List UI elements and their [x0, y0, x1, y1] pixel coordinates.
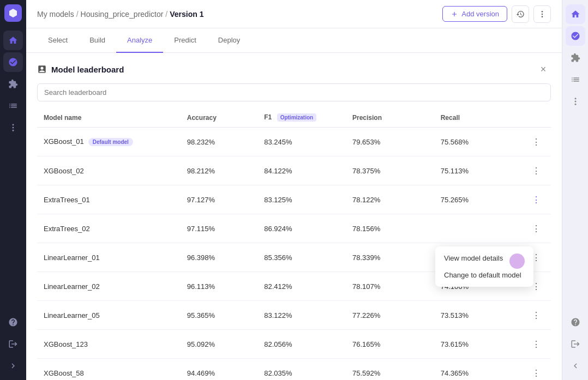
- cell-recall: 75.113%: [434, 156, 523, 185]
- cell-model-name: LinearLearner_02: [37, 272, 181, 301]
- tab-deploy[interactable]: Deploy: [207, 28, 251, 53]
- cell-precision: 78.375%: [346, 156, 434, 185]
- table-row: LinearLearner_0595.365%83.122%77.226%73.…: [37, 301, 551, 330]
- cell-model-name: LinearLearner_05: [37, 301, 181, 330]
- search-input[interactable]: [37, 83, 551, 101]
- right-sidebar-icon-models[interactable]: [566, 26, 585, 46]
- cell-model-name: ExtraTrees_02: [37, 214, 181, 243]
- model-name-text: XGBoost_58: [44, 369, 84, 377]
- cell-f1: 84.122%: [257, 156, 346, 185]
- row-more-button[interactable]: ⋮: [529, 307, 544, 323]
- right-sidebar-icon-help[interactable]: [566, 312, 585, 332]
- sidebar-icon-expand[interactable]: [3, 356, 23, 376]
- cell-recall: [434, 214, 523, 243]
- row-more-button[interactable]: ⋮: [529, 365, 544, 380]
- sidebar-icon-list[interactable]: [3, 96, 23, 116]
- cell-f1: 82.412%: [257, 272, 346, 301]
- context-menu-set-default[interactable]: Change to default model: [435, 267, 533, 284]
- history-button[interactable]: [512, 5, 529, 23]
- tab-analyze[interactable]: Analyze: [116, 28, 163, 53]
- col-header-action: [522, 108, 551, 128]
- cell-actions: ⋮: [522, 156, 551, 185]
- cell-recall: 73.513%: [434, 301, 523, 330]
- breadcrumb-version: Version 1: [170, 10, 203, 19]
- right-sidebar-icon-dots[interactable]: [566, 92, 585, 111]
- col-header-model: Model name: [37, 108, 181, 128]
- context-menu-view-details[interactable]: View model details: [435, 250, 533, 267]
- right-sidebar-icon-logout[interactable]: [566, 334, 585, 354]
- cell-f1: 82.035%: [257, 359, 346, 381]
- cell-precision: 75.592%: [346, 359, 434, 381]
- model-name-text: XGBoost_01: [44, 137, 84, 146]
- cell-accuracy: 95.092%: [181, 330, 258, 359]
- context-menu: View model details Change to default mod…: [435, 246, 533, 287]
- breadcrumb-root[interactable]: My models: [37, 10, 74, 19]
- leaderboard-table: Model name Accuracy F1 Optimization Prec…: [37, 108, 551, 380]
- table-row: XGBoost_01Default model98.232%83.245%79.…: [37, 128, 551, 156]
- svg-point-2: [13, 127, 14, 129]
- cell-accuracy: 98.212%: [181, 156, 258, 185]
- leaderboard-table-container: Model name Accuracy F1 Optimization Prec…: [37, 108, 551, 380]
- cell-f1: 86.924%: [257, 214, 346, 243]
- app-logo[interactable]: [4, 4, 22, 22]
- cell-recall: 73.615%: [434, 330, 523, 359]
- cell-model-name: XGBoost_123: [37, 330, 181, 359]
- main-content: My models / Housing_price_predictor / Ve…: [26, 0, 562, 380]
- more-options-button[interactable]: [533, 5, 551, 23]
- cell-precision: 78.107%: [346, 272, 434, 301]
- svg-point-4: [542, 11, 543, 13]
- sidebar-icon-help[interactable]: [3, 312, 23, 332]
- right-sidebar-icon-plugin[interactable]: [566, 48, 585, 68]
- optimization-badge: Optimization: [277, 113, 317, 122]
- model-name-text: XGBoost_02: [44, 167, 84, 175]
- panel-header: Model leaderboard ×: [37, 62, 551, 77]
- sidebar-icon-models[interactable]: [3, 52, 23, 72]
- cell-actions: ⋮: [522, 359, 551, 381]
- header: My models / Housing_price_predictor / Ve…: [26, 0, 562, 28]
- cell-f1: 82.056%: [257, 330, 346, 359]
- cell-precision: 78.339%: [346, 243, 434, 272]
- header-actions: Add version: [442, 5, 551, 23]
- cell-precision: 76.165%: [346, 330, 434, 359]
- breadcrumb-sep2: /: [165, 10, 167, 19]
- col-header-accuracy: Accuracy: [181, 108, 258, 128]
- cell-precision: 78.156%: [346, 214, 434, 243]
- right-sidebar-icon-home[interactable]: [566, 4, 585, 24]
- row-more-button[interactable]: ⋮: [529, 221, 544, 236]
- breadcrumb-project[interactable]: Housing_price_predictor: [81, 10, 164, 19]
- cell-recall: 75.265%: [434, 185, 523, 214]
- table-row: XGBoost_5894.469%82.035%75.592%74.365%⋮: [37, 359, 551, 381]
- tab-select[interactable]: Select: [37, 28, 79, 53]
- model-name-text: XGBoost_123: [44, 340, 88, 348]
- svg-point-8: [574, 101, 576, 102]
- table-row: XGBoost_0298.212%84.122%78.375%75.113%⋮: [37, 156, 551, 185]
- add-version-button[interactable]: Add version: [442, 6, 507, 22]
- tab-build[interactable]: Build: [79, 28, 116, 53]
- svg-point-6: [542, 16, 543, 17]
- cell-actions: ⋮: [522, 128, 551, 156]
- cell-f1: 85.356%: [257, 243, 346, 272]
- row-more-button[interactable]: ⋮: [529, 134, 544, 149]
- panel-title-text: Model leaderboard: [51, 65, 124, 74]
- right-sidebar-icon-list[interactable]: [566, 70, 585, 89]
- col-header-f1: F1 Optimization: [257, 108, 346, 128]
- sidebar-icon-plugin[interactable]: [3, 74, 23, 94]
- cell-accuracy: 94.469%: [181, 359, 258, 381]
- panel-title: Model leaderboard: [37, 64, 124, 74]
- cell-precision: 77.226%: [346, 301, 434, 330]
- right-sidebar-icon-expand[interactable]: [566, 356, 585, 376]
- row-more-button[interactable]: ⋮: [529, 163, 544, 178]
- tab-predict[interactable]: Predict: [163, 28, 207, 53]
- cell-accuracy: 96.113%: [181, 272, 258, 301]
- close-panel-button[interactable]: ×: [536, 62, 551, 77]
- col-header-precision: Precision: [346, 108, 434, 128]
- breadcrumb: My models / Housing_price_predictor / Ve…: [37, 10, 204, 19]
- sidebar-icon-home[interactable]: [3, 31, 23, 50]
- row-more-button[interactable]: ⋮: [529, 192, 544, 207]
- svg-point-9: [574, 104, 576, 105]
- sidebar-icon-dots[interactable]: [3, 118, 23, 137]
- sidebar-icon-logout[interactable]: [3, 334, 23, 354]
- svg-point-3: [13, 130, 14, 131]
- cell-model-name: LinearLearner_01: [37, 243, 181, 272]
- row-more-button[interactable]: ⋮: [529, 336, 544, 352]
